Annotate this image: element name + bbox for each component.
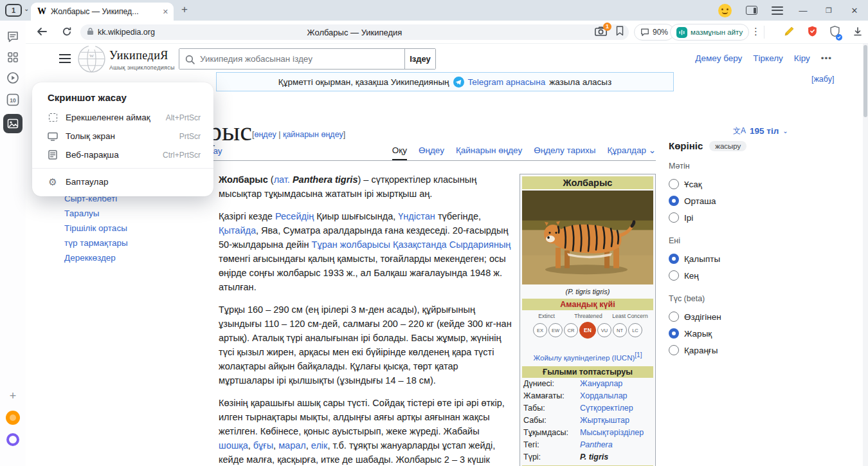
radio-icon[interactable] xyxy=(669,212,679,223)
radio-icon[interactable] xyxy=(669,312,679,322)
refresh-button[interactable] xyxy=(62,26,75,38)
adblock-shield-icon[interactable] xyxy=(808,26,817,39)
register-link[interactable]: Тіркелу xyxy=(753,53,783,63)
address-bar[interactable]: kk.wikipedia.org Жолбарыс — Уикипедия 1 xyxy=(80,24,629,40)
inline-link[interactable]: бұғы xyxy=(253,440,273,451)
search-input[interactable] xyxy=(179,49,404,69)
tab-edit-source[interactable]: Қайнарын өңдеу xyxy=(456,145,522,160)
donate-link[interactable]: Демеу беру xyxy=(695,53,742,63)
scrollbar-thumb[interactable] xyxy=(863,45,867,117)
alice-assistant-icon[interactable] xyxy=(5,432,21,447)
reference-sup[interactable]: [1] xyxy=(635,351,642,359)
inline-link[interactable]: лат. xyxy=(274,174,290,185)
radio-text-small[interactable]: Ұсақ xyxy=(669,176,778,192)
radio-selected-icon[interactable] xyxy=(669,254,679,264)
inline-link[interactable]: Ресейдің xyxy=(275,211,314,221)
side-panel-toggle-icon[interactable] xyxy=(746,6,757,15)
radio-selected-icon[interactable] xyxy=(669,328,679,339)
search-button[interactable]: Іздеу xyxy=(404,49,435,69)
radio-icon[interactable] xyxy=(669,270,679,281)
radio-color-light[interactable]: Жарық xyxy=(669,325,778,342)
header-more-icon[interactable]: ••• xyxy=(821,53,832,63)
radio-width-wide[interactable]: Кең xyxy=(669,267,778,284)
rail-add-icon[interactable]: + xyxy=(5,388,21,404)
toc-item[interactable]: Дереккөздер xyxy=(64,253,128,263)
tab-history[interactable]: Өңделу тарихы xyxy=(534,145,595,160)
inline-link[interactable]: марал xyxy=(278,440,306,451)
radio-width-standard[interactable]: Қалыпты xyxy=(669,250,778,267)
tab-close-icon[interactable]: ✕ xyxy=(163,8,168,16)
ten-badge-icon[interactable]: 10 xyxy=(5,92,21,107)
new-tab-button[interactable]: + xyxy=(181,3,188,16)
banner-close-link[interactable]: [жабу] xyxy=(811,75,834,84)
radio-selected-icon[interactable] xyxy=(669,196,679,206)
radio-icon[interactable] xyxy=(669,345,679,355)
inline-link[interactable]: елік xyxy=(311,440,328,451)
screenshot-tool-icon[interactable] xyxy=(3,114,23,133)
edit-pencil-icon[interactable] xyxy=(784,26,795,39)
menu-item-full-screen[interactable]: Толық экран PrtScr xyxy=(32,127,213,145)
inline-link[interactable]: Қытайда xyxy=(219,225,256,236)
tools-menu[interactable]: Құралдар ⌄ xyxy=(608,145,656,160)
iucn-status-link[interactable]: Жойылу қаупіндегілер (IUCN)[1] xyxy=(522,350,653,364)
maximize-button[interactable]: ❐ xyxy=(823,6,835,15)
url-domain[interactable]: kk.wikipedia.org xyxy=(98,28,155,37)
messenger-icon[interactable] xyxy=(5,29,21,44)
menu-item-selected-area[interactable]: Ерекшеленген аймақ Alt+PrtScr xyxy=(32,108,213,127)
close-window-button[interactable]: ✕ xyxy=(849,6,860,15)
tab-read[interactable]: Оқу xyxy=(392,145,407,160)
hide-appearance-button[interactable]: жасыру xyxy=(709,141,746,151)
language-selector[interactable]: 文A 195 тіл ⌄ xyxy=(733,126,788,136)
menu-item-web-page[interactable]: Веб-парақша Ctrl+PrtScr xyxy=(32,145,213,164)
toolbar-divider xyxy=(764,26,764,39)
inline-link[interactable]: Қазақстанда xyxy=(393,239,447,250)
taxon-link[interactable]: Panthera xyxy=(580,440,652,449)
tab-counter-chevron-icon[interactable]: ⌄ xyxy=(24,5,29,12)
taxon-link[interactable]: Жануарлар xyxy=(580,379,652,388)
edit-source-link[interactable]: қайнарын өңдеу xyxy=(283,130,343,139)
minimize-button[interactable]: — xyxy=(797,6,809,15)
taxon-link[interactable]: Мысықтәрізділер xyxy=(580,428,652,437)
video-player-icon[interactable] xyxy=(5,70,21,86)
page-scrollbar[interactable] xyxy=(863,44,868,466)
tab-counter-button[interactable]: 1 xyxy=(5,4,22,17)
downloads-icon[interactable] xyxy=(853,26,863,39)
radio-icon[interactable] xyxy=(669,179,679,189)
wikipedia-globe-logo[interactable]: W xyxy=(77,44,106,76)
yandex-orange-app-icon[interactable] xyxy=(5,410,21,425)
address-more-icon[interactable]: ⋮ xyxy=(751,26,761,37)
protect-shield-icon[interactable] xyxy=(830,26,840,39)
browser-menu-icon[interactable] xyxy=(772,6,783,15)
wikipedia-favicon: W xyxy=(37,6,46,17)
bookmark-flag-icon[interactable] xyxy=(616,26,624,39)
taxon-link[interactable]: Сүтқоректілер xyxy=(580,404,652,413)
menu-item-settings[interactable]: ⚙ Баптаулар xyxy=(32,172,213,191)
inline-link[interactable]: шошқа xyxy=(219,440,248,451)
taxon-link[interactable]: Хордалылар xyxy=(580,391,652,400)
radio-color-auto[interactable]: Өздігінен xyxy=(669,308,778,325)
services-grid-icon[interactable] xyxy=(5,50,21,65)
screenshot-camera-icon[interactable]: 1 xyxy=(595,26,607,39)
active-tab[interactable]: W Жолбарыс — Уикипед... ✕ xyxy=(31,3,174,21)
tab-edit[interactable]: Өңдеу xyxy=(419,145,444,160)
login-link[interactable]: Кіру xyxy=(794,53,810,63)
radio-text-medium[interactable]: Орташа xyxy=(669,192,778,209)
toc-item[interactable]: Тіршілік ортасы xyxy=(64,223,128,233)
inline-link[interactable]: Үндістан xyxy=(398,211,435,221)
wiki-menu-icon[interactable] xyxy=(59,54,71,63)
read-aloud-button[interactable]: мазмұнын айту xyxy=(670,24,749,41)
taxon-link[interactable]: Жыртқыштар xyxy=(580,416,652,425)
radio-text-large[interactable]: Ірі xyxy=(669,209,778,226)
radio-color-dark[interactable]: Қараңғы xyxy=(669,342,778,359)
inline-link[interactable]: Сырдарияның xyxy=(449,239,511,250)
wikipedia-wordmark[interactable]: УикипедиЯ Ашық энциклопедиясы xyxy=(109,49,175,71)
toc-item[interactable]: Таралуы xyxy=(64,209,128,218)
telegram-link[interactable]: Telegram арнасына xyxy=(468,77,546,87)
back-button[interactable] xyxy=(36,26,49,38)
zoom-indicator[interactable]: 90% xyxy=(634,24,674,41)
inline-link[interactable]: Тұран жолбарысы xyxy=(312,239,390,250)
conservation-status-chart: Extinct Threatened Least Concern EX EW C… xyxy=(522,310,653,350)
profile-avatar[interactable] xyxy=(718,4,732,17)
toc-item[interactable]: түр тармақтары xyxy=(64,238,128,248)
edit-link[interactable]: өңдеу xyxy=(254,130,276,139)
